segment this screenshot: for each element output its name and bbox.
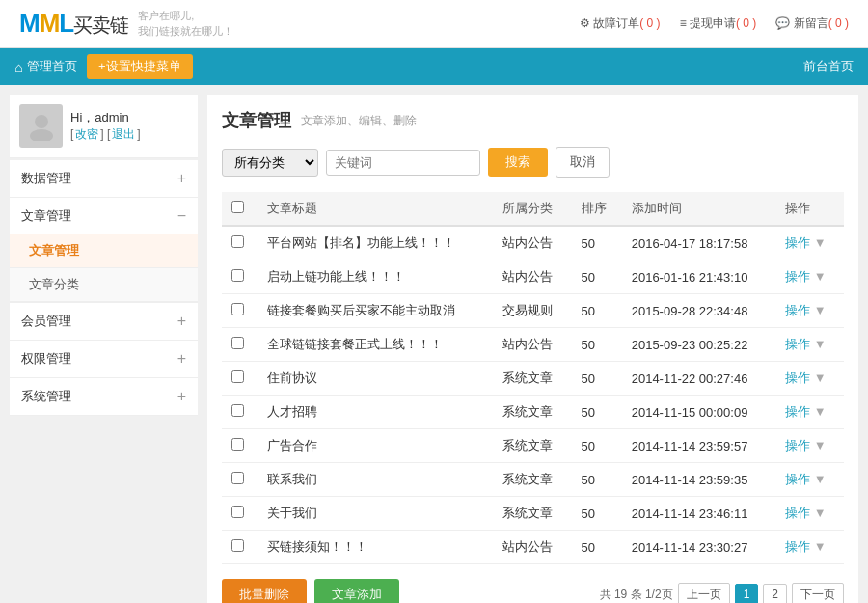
bottom-row: 批量删除 文章添加 共 19 条 1/2页 上一页 1 2 下一页 (222, 579, 844, 603)
nav-add-menu-btn[interactable]: +设置快捷菜单 (87, 54, 193, 79)
table-row: 关于我们 系统文章 50 2014-11-14 23:46:11 操作 ▼ (222, 497, 844, 531)
op-button[interactable]: 操作 ▼ (785, 235, 827, 250)
row-order: 50 (572, 429, 622, 463)
row-time: 2015-09-23 00:25:22 (622, 328, 775, 362)
op-arrow-icon: ▼ (814, 337, 827, 351)
row-op[interactable]: 操作 ▼ (775, 497, 844, 531)
pagination-info-text: 共 19 条 1/2页 (600, 587, 673, 603)
row-checkbox[interactable] (222, 531, 258, 564)
row-op[interactable]: 操作 ▼ (775, 260, 844, 294)
sidebar-item-system: 系统管理 + (10, 378, 198, 416)
content-area: 文章管理 文章添加、编辑、删除 所有分类 搜索 取消 文章标题 所属分类 排序 … (207, 95, 858, 603)
row-order: 50 (572, 396, 622, 429)
page-title: 文章管理 (222, 109, 291, 132)
sidebar-member-header[interactable]: 会员管理 + (10, 303, 198, 340)
sidebar-system-header[interactable]: 系统管理 + (10, 378, 198, 415)
row-op[interactable]: 操作 ▼ (775, 429, 844, 463)
select-all-checkbox[interactable] (231, 201, 244, 213)
nav-home-btn[interactable]: 管理首页 (14, 58, 77, 75)
row-order: 50 (572, 362, 622, 396)
svg-point-1 (30, 129, 53, 141)
cancel-button[interactable]: 取消 (556, 147, 610, 178)
sidebar-article-header[interactable]: 文章管理 − (10, 198, 198, 234)
row-checkbox[interactable] (222, 396, 258, 429)
row-op[interactable]: 操作 ▼ (775, 294, 844, 328)
row-title: 联系我们 (258, 463, 493, 497)
filter-row: 所有分类 搜索 取消 (222, 147, 844, 178)
op-button[interactable]: 操作 ▼ (785, 539, 827, 554)
row-op[interactable]: 操作 ▼ (775, 362, 844, 396)
op-arrow-icon: ▼ (814, 506, 827, 520)
op-button[interactable]: 操作 ▼ (785, 303, 827, 317)
row-title: 启动上链功能上线！！！ (258, 260, 493, 294)
op-button[interactable]: 操作 ▼ (785, 506, 827, 520)
expand-system-icon: + (177, 388, 186, 405)
sidebar-sub-article-category[interactable]: 文章分类 (10, 268, 198, 302)
user-info: Hi，admin [改密] [退出] (70, 109, 141, 143)
bulk-actions: 批量删除 文章添加 (222, 579, 399, 603)
change-password-link[interactable]: 改密 (75, 127, 98, 141)
row-op[interactable]: 操作 ▼ (775, 396, 844, 429)
op-button[interactable]: 操作 ▼ (785, 269, 827, 284)
row-checkbox[interactable] (222, 328, 258, 362)
page-1-button[interactable]: 1 (735, 584, 759, 603)
row-op[interactable]: 操作 ▼ (775, 226, 844, 260)
row-checkbox[interactable] (222, 429, 258, 463)
row-checkbox[interactable] (222, 362, 258, 396)
row-op[interactable]: 操作 ▼ (775, 531, 844, 564)
avatar (19, 104, 63, 148)
row-checkbox[interactable] (222, 226, 258, 260)
col-title: 文章标题 (258, 192, 493, 226)
col-time: 添加时间 (622, 192, 775, 226)
expand-member-icon: + (177, 313, 186, 330)
sidebar-permission-header[interactable]: 权限管理 + (10, 341, 198, 377)
row-op[interactable]: 操作 ▼ (775, 463, 844, 497)
prev-page-button[interactable]: 上一页 (678, 583, 730, 604)
table-row: 买链接须知！！！ 站内公告 50 2014-11-14 23:30:27 操作 … (222, 531, 844, 564)
bulk-delete-button[interactable]: 批量删除 (222, 579, 307, 603)
row-op[interactable]: 操作 ▼ (775, 328, 844, 362)
row-order: 50 (572, 497, 622, 531)
row-time: 2014-11-14 23:46:11 (622, 497, 775, 531)
sidebar-sub-article-manage[interactable]: 文章管理 (10, 234, 198, 268)
row-title: 关于我们 (258, 497, 493, 531)
nav-left: 管理首页 +设置快捷菜单 (14, 54, 193, 79)
nav-right: 前台首页 (803, 58, 854, 75)
expand-data-icon: + (177, 170, 186, 187)
op-button[interactable]: 操作 ▼ (785, 438, 827, 452)
search-input[interactable] (326, 150, 480, 176)
row-checkbox[interactable] (222, 497, 258, 531)
collapse-article-icon: − (177, 207, 186, 225)
col-checkbox (222, 192, 258, 226)
op-button[interactable]: 操作 ▼ (785, 472, 827, 486)
page-2-button[interactable]: 2 (763, 584, 787, 603)
row-title: 平台网站【排名】功能上线！！！ (258, 226, 493, 260)
article-table: 文章标题 所属分类 排序 添加时间 操作 平台网站【排名】功能上线！！！ 站内公… (222, 192, 844, 564)
row-order: 50 (572, 531, 622, 564)
fault-orders-alert[interactable]: ⚙ 故障订单( 0 ) (580, 15, 661, 32)
pagination: 共 19 条 1/2页 上一页 1 2 下一页 (600, 583, 844, 604)
op-arrow-icon: ▼ (814, 438, 827, 452)
next-page-button[interactable]: 下一页 (792, 583, 844, 604)
logo-area: MML买卖链 客户在哪儿, 我们链接就在哪儿！ (19, 9, 233, 39)
message-alert[interactable]: 💬 新留言( 0 ) (775, 15, 849, 32)
logout-link[interactable]: 退出 (112, 127, 135, 141)
page-subtitle: 文章添加、编辑、删除 (301, 113, 417, 129)
sidebar-data-header[interactable]: 数据管理 + (10, 160, 198, 197)
op-button[interactable]: 操作 ▼ (785, 404, 827, 419)
row-category: 系统文章 (493, 362, 572, 396)
search-button[interactable]: 搜索 (488, 148, 548, 177)
row-time: 2014-11-22 00:27:46 (622, 362, 775, 396)
row-order: 50 (572, 260, 622, 294)
op-button[interactable]: 操作 ▼ (785, 337, 827, 351)
withdraw-alert[interactable]: ≡ 提现申请( 0 ) (680, 15, 757, 32)
row-checkbox[interactable] (222, 260, 258, 294)
row-time: 2014-11-14 23:59:35 (622, 463, 775, 497)
row-checkbox[interactable] (222, 463, 258, 497)
nav-front-btn[interactable]: 前台首页 (803, 59, 854, 73)
op-button[interactable]: 操作 ▼ (785, 370, 827, 385)
category-select[interactable]: 所有分类 (222, 149, 318, 177)
table-row: 全球链链接套餐正式上线！！！ 站内公告 50 2015-09-23 00:25:… (222, 328, 844, 362)
row-checkbox[interactable] (222, 294, 258, 328)
add-article-button[interactable]: 文章添加 (314, 579, 399, 603)
